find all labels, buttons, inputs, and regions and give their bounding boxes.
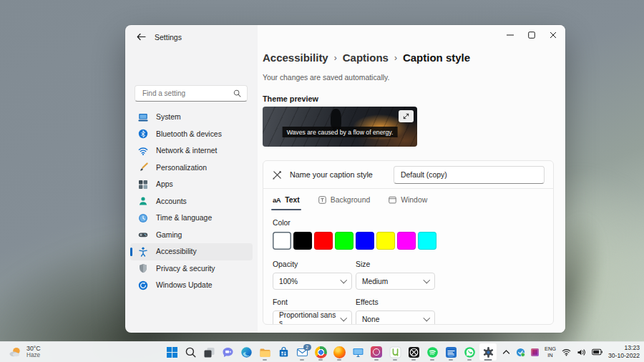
language-indicator[interactable]: ENG IN [545, 346, 556, 359]
sidebar-item-label: Apps [156, 180, 173, 188]
taskbar-media-app-button[interactable] [367, 343, 386, 361]
taskbar-edge-button[interactable] [237, 343, 255, 361]
taskbar-chrome-button[interactable] [311, 343, 330, 361]
opacity-dropdown[interactable]: 100% [273, 273, 352, 290]
search-input[interactable] [141, 89, 233, 98]
effects-value: None [362, 315, 379, 323]
chevron-down-icon [423, 276, 429, 283]
security-tray-icon[interactable] [516, 348, 525, 357]
tab-label: Background [331, 196, 370, 204]
expand-preview-button[interactable] [399, 110, 414, 122]
chrome-icon [315, 346, 327, 358]
color-swatch-cyan[interactable] [418, 232, 436, 250]
breadcrumb-accessibility[interactable]: Accessibility [263, 52, 328, 64]
minimize-button[interactable] [499, 25, 521, 45]
taskbar-prime-video-button[interactable] [441, 343, 460, 361]
taskbar-settings-button[interactable] [479, 343, 497, 361]
taskbar-start-button[interactable] [162, 343, 181, 361]
taskbar-microsoft-store-button[interactable] [274, 343, 293, 361]
taskbar-search-button[interactable] [181, 343, 200, 361]
expand-icon [403, 113, 409, 119]
size-label: Size [356, 260, 435, 268]
whatsapp-icon [464, 346, 476, 358]
color-swatch-blue[interactable] [356, 232, 374, 250]
taskbar-firefox-button[interactable] [330, 343, 348, 361]
color-swatch-green[interactable] [335, 232, 353, 250]
active-item-accent-bar [130, 248, 132, 256]
color-section-label: Color [273, 219, 544, 227]
close-button[interactable] [542, 25, 564, 45]
taskbar-display-app-button[interactable] [348, 343, 367, 361]
color-swatches [273, 232, 544, 250]
tab-window[interactable]: Window [389, 189, 427, 211]
breadcrumb: Accessibility › Captions › Caption style [263, 52, 470, 64]
running-indicator [337, 359, 341, 361]
battery-icon[interactable] [592, 348, 602, 356]
bluetooth-icon [137, 129, 148, 140]
taskbar-whatsapp-button[interactable] [460, 343, 479, 361]
tab-label: Text [285, 196, 300, 204]
sidebar-item-windows-update[interactable]: Windows Update [130, 277, 253, 294]
creative-app-tray-icon[interactable] [531, 348, 539, 356]
wifi-icon[interactable] [562, 348, 571, 356]
breadcrumb-captions[interactable]: Captions [343, 52, 389, 64]
taskbar: 30°C Haze [0, 341, 644, 362]
breadcrumb-separator: › [334, 53, 337, 63]
page-title: Caption style [403, 52, 470, 64]
sidebar-item-label: System [156, 113, 181, 121]
sidebar-item-time-language[interactable]: Time & language [130, 210, 253, 227]
sidebar-item-personalization[interactable]: Personalization [130, 160, 253, 177]
sidebar-item-accessibility[interactable]: Accessibility [130, 243, 253, 260]
weather-widget[interactable]: 30°C Haze [4, 343, 46, 361]
tray-date: 30-10-2022 [608, 352, 640, 360]
size-dropdown[interactable]: Medium [356, 273, 435, 290]
taskbar-spotify-button[interactable] [423, 343, 441, 361]
sidebar-item-gaming[interactable]: Gaming [130, 227, 253, 244]
sidebar-item-label: Accounts [156, 197, 187, 205]
back-button[interactable] [131, 29, 151, 45]
taskbar-file-explorer-button[interactable] [255, 343, 274, 361]
font-dropdown[interactable]: Proportional sans s... [273, 310, 352, 325]
sidebar-item-bluetooth-devices[interactable]: Bluetooth & devices [130, 126, 253, 143]
taskbar-task-view-button[interactable] [200, 343, 218, 361]
maximize-button[interactable] [521, 25, 542, 45]
caption-name-input[interactable] [394, 166, 545, 184]
chevron-down-icon [423, 314, 429, 321]
xbox-icon [408, 346, 420, 358]
color-swatch-white[interactable] [273, 232, 291, 250]
taskbar-xbox-button[interactable] [404, 343, 423, 361]
settings-search-box[interactable] [135, 85, 248, 102]
taskbar-clock[interactable]: 13:23 30-10-2022 [608, 344, 640, 360]
text-tab-panel: Color Opacity 100% [263, 211, 553, 325]
color-swatch-black[interactable] [293, 232, 312, 250]
color-swatch-magenta[interactable] [397, 232, 416, 250]
sidebar-item-label: Accessibility [156, 248, 197, 255]
sidebar-item-label: Privacy & security [156, 265, 215, 273]
color-swatch-yellow[interactable] [376, 232, 395, 250]
tray-time: 13:23 [608, 344, 640, 352]
taskbar-chat-button[interactable] [218, 343, 237, 361]
maximize-icon [528, 31, 535, 39]
caption-style-tabs: aA Text Background Window [263, 189, 553, 211]
hidden-icons-chevron[interactable] [502, 349, 510, 355]
tab-text[interactable]: aA Text [273, 189, 300, 211]
search-icon [233, 89, 241, 97]
sidebar-item-system[interactable]: System [130, 109, 253, 126]
taskbar-utorrent-button[interactable] [386, 343, 404, 361]
sidebar-item-apps[interactable]: Apps [130, 176, 253, 193]
windows-start-icon [166, 346, 178, 358]
settings-gear-icon [482, 346, 494, 358]
effects-dropdown[interactable]: None [356, 310, 435, 325]
volume-icon[interactable] [577, 348, 586, 356]
sidebar-item-accounts[interactable]: Accounts [130, 193, 253, 210]
sidebar-item-privacy-security[interactable]: Privacy & security [130, 260, 253, 278]
color-swatch-red[interactable] [314, 232, 333, 250]
size-field: Size Medium [356, 260, 435, 290]
sidebar-item-network-internet[interactable]: Network & internet [130, 142, 253, 160]
chevron-down-icon [340, 276, 346, 283]
autosave-note: Your changes are saved automatically. [263, 74, 389, 82]
tab-background[interactable]: Background [318, 189, 370, 211]
taskbar-mail-button[interactable]: 2 [293, 343, 311, 361]
running-indicator [318, 359, 323, 361]
brush-icon [137, 162, 148, 173]
